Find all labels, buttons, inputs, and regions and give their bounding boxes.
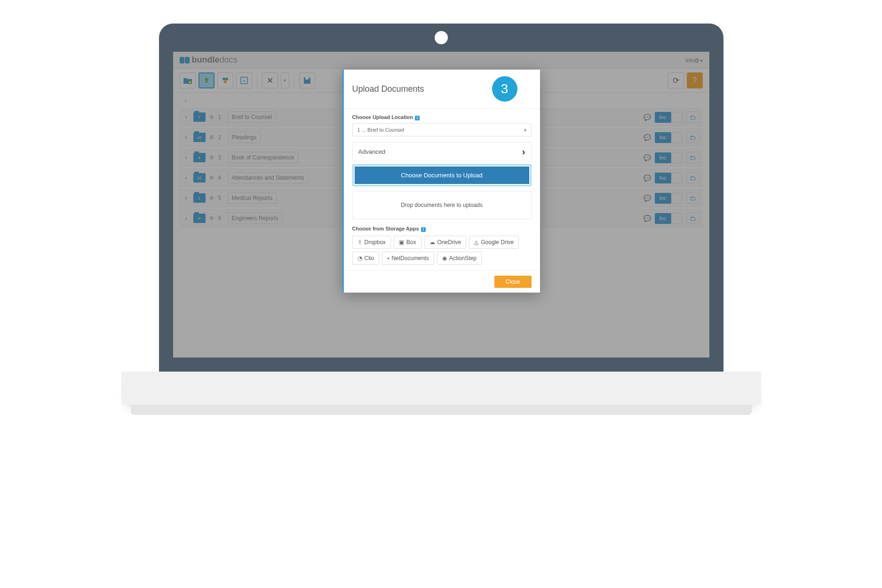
app-icon: ◔ — [358, 255, 362, 262]
app-icon: ▣ — [399, 239, 404, 246]
location-label: Choose Upload Locationi — [352, 114, 532, 120]
app-label: ActionStep — [449, 255, 477, 262]
storage-app-googledrive[interactable]: ◬Google Drive — [469, 236, 519, 249]
laptop-base-edge — [131, 405, 752, 415]
storage-app-box[interactable]: ▣Box — [394, 236, 421, 249]
app-icon: ☁ — [429, 239, 435, 246]
app-label: OneDrive — [437, 239, 461, 246]
app-label: Clio — [365, 255, 374, 262]
screen-bezel: bundledocs info@ ✕ ▾ ⟳ ? › — [159, 24, 723, 372]
camera-dot — [435, 31, 448, 44]
drop-zone[interactable]: Drop documents here to uploads — [352, 191, 532, 219]
app-label: NetDocuments — [391, 255, 429, 262]
app-icon: ◉ — [442, 255, 447, 262]
location-select[interactable]: 1 ... Brief to Counsel — [352, 123, 532, 136]
choose-documents-button[interactable]: Choose Documents to Upload — [355, 167, 529, 184]
laptop-frame: bundledocs info@ ✕ ▾ ⟳ ? › — [159, 24, 723, 415]
app-icon: ⇪ — [358, 239, 362, 246]
screen: bundledocs info@ ✕ ▾ ⟳ ? › — [173, 52, 709, 358]
modal-header: Upload Documents 3 — [344, 70, 540, 109]
apps-label: Choose from Storage Appsi — [352, 226, 532, 232]
info-icon[interactable]: i — [415, 116, 420, 120]
storage-app-actionstep[interactable]: ◉ActionStep — [437, 252, 482, 265]
storage-app-dropbox[interactable]: ⇪Dropbox — [352, 236, 391, 249]
upload-highlight: Choose Documents to Upload — [352, 164, 532, 186]
storage-app-onedrive[interactable]: ☁OneDrive — [424, 236, 467, 249]
storage-app-clio[interactable]: ◔Clio — [352, 252, 380, 265]
app-icon: ▪ — [387, 255, 389, 262]
advanced-toggle[interactable]: Advanced — [352, 142, 532, 161]
modal-body: Choose Upload Locationi 1 ... Brief to C… — [344, 109, 540, 270]
step-badge: 3 — [492, 76, 517, 102]
laptop-base — [121, 372, 761, 405]
modal-overlay: Upload Documents 3 Choose Upload Locatio… — [173, 52, 709, 358]
upload-modal: Upload Documents 3 Choose Upload Locatio… — [342, 70, 540, 293]
modal-title: Upload Documents — [352, 84, 424, 94]
storage-apps: ⇪Dropbox▣Box☁OneDrive◬Google Drive◔Clio▪… — [352, 236, 532, 265]
app-label: Google Drive — [481, 239, 514, 246]
info-icon[interactable]: i — [421, 227, 426, 232]
modal-footer: Close — [344, 270, 540, 293]
storage-app-netdocuments[interactable]: ▪NetDocuments — [382, 252, 434, 265]
app-icon: ◬ — [474, 239, 478, 246]
app-label: Box — [406, 239, 416, 246]
close-button[interactable]: Close — [494, 276, 532, 288]
app-label: Dropbox — [365, 239, 386, 246]
